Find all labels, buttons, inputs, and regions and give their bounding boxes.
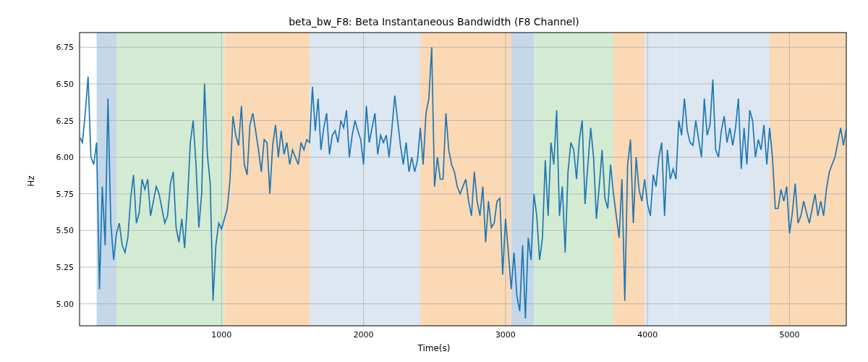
shaded-band [676, 33, 770, 326]
y-tick-label: 5.25 [56, 263, 75, 272]
y-tick-label: 6.50 [56, 80, 75, 89]
shaded-band [511, 33, 534, 326]
chart-canvas: 100020003000400050005.005.255.505.756.00… [0, 0, 868, 362]
y-tick-label: 5.00 [56, 300, 75, 309]
x-tick-label: 2000 [354, 330, 374, 340]
shaded-band [613, 33, 644, 326]
y-tick-label: 6.25 [56, 117, 75, 126]
y-tick-label: 5.50 [56, 226, 75, 235]
shaded-band [310, 33, 420, 326]
x-tick-label: 1000 [211, 330, 231, 340]
x-tick-label: 3000 [495, 330, 516, 340]
y-tick-label: 6.75 [56, 43, 75, 52]
shaded-band [770, 33, 846, 326]
x-tick-label: 5000 [779, 330, 799, 340]
shaded-band [644, 33, 676, 326]
y-tick-label: 6.00 [56, 153, 75, 162]
y-tick-label: 5.75 [56, 190, 75, 199]
shaded-band [224, 33, 310, 326]
x-tick-label: 4000 [637, 330, 658, 340]
